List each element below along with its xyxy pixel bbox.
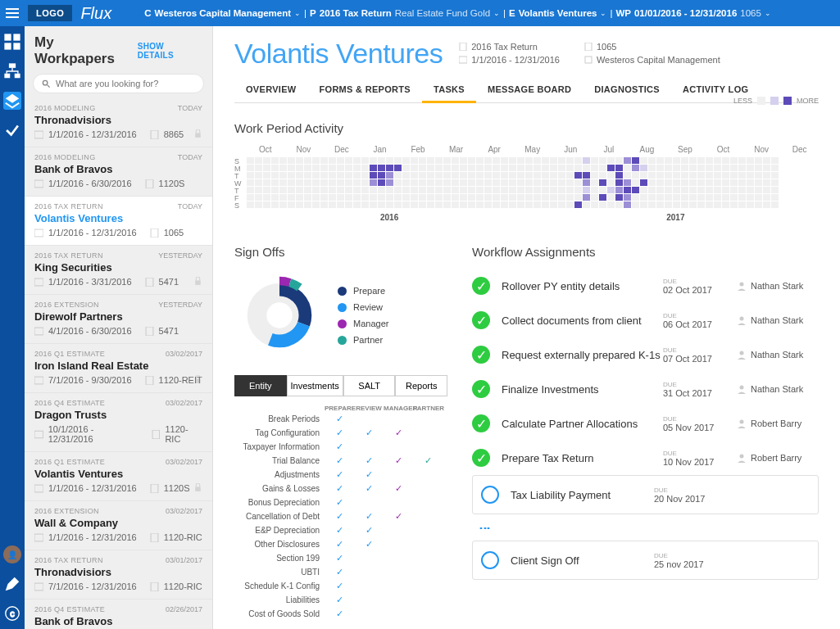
heatmap-cell[interactable] [615,165,623,171]
heatmap-cell[interactable] [771,179,779,186]
heatmap-cell[interactable] [476,179,484,186]
heatmap-cell[interactable] [730,179,738,186]
signoff-row[interactable]: Taxpayer Information✓ [234,440,447,454]
heatmap-cell[interactable] [484,194,492,201]
heatmap-cell[interactable] [771,165,779,171]
heatmap-cell[interactable] [501,187,508,193]
heatmap-cell[interactable] [312,165,320,171]
workflow-item[interactable]: ✓ Calculate Partner Allocations DUE05 No… [472,406,819,441]
heatmap-cell[interactable] [337,157,344,164]
heatmap-cell[interactable] [452,172,459,179]
heatmap-cell[interactable] [550,179,557,186]
signoff-row[interactable]: Bonus Depreciation✓ [234,496,447,509]
heatmap-cell[interactable] [247,179,254,186]
heatmap-cell[interactable] [484,201,492,208]
heatmap-cell[interactable] [468,187,475,193]
heatmap-cell[interactable] [615,201,623,208]
heatmap-cell[interactable] [419,179,426,186]
workpaper-item[interactable]: 2016 TAX RETURNTODAY Volantis Ventures 1… [25,197,212,246]
heatmap-cell[interactable] [435,179,443,186]
heatmap-cell[interactable] [534,187,541,193]
heatmap-cell[interactable] [591,157,598,164]
heatmap-cell[interactable] [443,201,451,208]
heatmap-cell[interactable] [730,194,738,201]
heatmap-cell[interactable] [329,172,336,179]
crumb-period[interactable]: P 2016 Tax Return Real Estate Fund Gold … [310,8,500,18]
heatmap-cell[interactable] [697,165,705,171]
crumb-client[interactable]: C Westeros Capital Management ⌄ [144,8,301,18]
heatmap-cell[interactable] [656,201,664,208]
heatmap-cell[interactable] [755,179,762,186]
heatmap-cell[interactable] [681,201,688,208]
heatmap-cell[interactable] [312,194,320,201]
heatmap-cell[interactable] [419,165,426,171]
heatmap-cell[interactable] [558,165,565,171]
heatmap-cell[interactable] [255,179,262,186]
heatmap-cell[interactable] [468,157,475,164]
heatmap-cell[interactable] [394,157,402,164]
heatmap-cell[interactable] [624,179,631,186]
heatmap-cell[interactable] [337,179,344,186]
heatmap-cell[interactable] [509,172,516,179]
heatmap-cell[interactable] [345,165,352,171]
heatmap-cell[interactable] [542,194,549,201]
heatmap-cell[interactable] [534,172,541,179]
heatmap-cell[interactable] [558,157,565,164]
heatmap-cell[interactable] [591,172,598,179]
heatmap-cell[interactable] [665,187,672,193]
heatmap-cell[interactable] [263,157,270,164]
heatmap-cell[interactable] [296,165,303,171]
heatmap-cell[interactable] [681,157,688,164]
heatmap-cell[interactable] [304,201,311,208]
signoff-tab-reports[interactable]: Reports [395,375,447,396]
heatmap-cell[interactable] [312,187,320,193]
heatmap-cell[interactable] [501,201,508,208]
heatmap-cell[interactable] [288,194,295,201]
heatmap-cell[interactable] [304,172,311,179]
heatmap-cell[interactable] [255,172,262,179]
heatmap-cell[interactable] [607,194,615,201]
heatmap-cell[interactable] [738,201,746,208]
heatmap-cell[interactable] [607,187,615,193]
heatmap-cell[interactable] [607,201,615,208]
heatmap-cell[interactable] [411,187,418,193]
heatmap-cell[interactable] [558,201,565,208]
heatmap-cell[interactable] [427,157,434,164]
heatmap-cell[interactable] [435,201,443,208]
heatmap-cell[interactable] [353,179,361,186]
heatmap-cell[interactable] [542,187,549,193]
heatmap-cell[interactable] [247,157,254,164]
heatmap-cell[interactable] [648,157,656,164]
heatmap-cell[interactable] [706,187,713,193]
heatmap-cell[interactable] [394,179,402,186]
heatmap-cell[interactable] [550,157,557,164]
heatmap-cell[interactable] [271,179,279,186]
heatmap-cell[interactable] [361,157,369,164]
heatmap-cell[interactable] [345,179,352,186]
heatmap-cell[interactable] [730,157,738,164]
heatmap-cell[interactable] [452,194,459,201]
heatmap-cell[interactable] [263,194,270,201]
heatmap-cell[interactable] [583,194,590,201]
heatmap-cell[interactable] [673,194,680,201]
heatmap-cell[interactable] [534,201,541,208]
heatmap-cell[interactable] [443,165,451,171]
heatmap-cell[interactable] [755,165,762,171]
heatmap-cell[interactable] [460,187,467,193]
heatmap-cell[interactable] [345,194,352,201]
heatmap-cell[interactable] [558,172,565,179]
heatmap-cell[interactable] [771,187,779,193]
heatmap-cell[interactable] [271,165,279,171]
heatmap-cell[interactable] [476,201,484,208]
heatmap-cell[interactable] [747,201,754,208]
heatmap-cell[interactable] [706,179,713,186]
heatmap-cell[interactable] [402,194,410,201]
heatmap-cell[interactable] [288,172,295,179]
heatmap-cell[interactable] [452,157,459,164]
heatmap-cell[interactable] [566,194,574,201]
heatmap-cell[interactable] [370,201,377,208]
heatmap-cell[interactable] [640,165,647,171]
heatmap-cell[interactable] [747,172,754,179]
nav-item-layers[interactable] [3,92,21,110]
heatmap-cell[interactable] [534,157,541,164]
